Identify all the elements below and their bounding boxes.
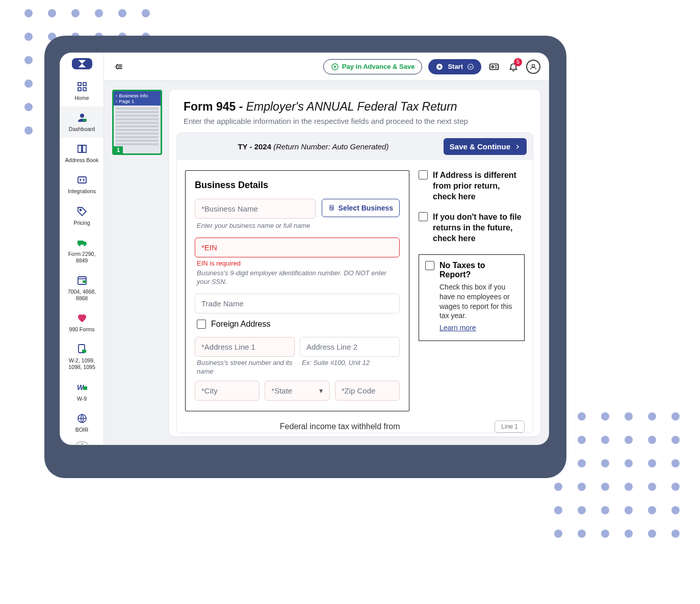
svg-point-35 <box>532 64 534 67</box>
heart-icon <box>76 312 88 324</box>
tax-year-label: TY - 2024 (Return Number: Auto Generated… <box>183 142 444 151</box>
business-details-panel: Business Details *Business Name Select B… <box>185 170 409 411</box>
book-icon <box>76 143 88 155</box>
thumb-page-label: Page 1 <box>119 98 134 104</box>
nav-home[interactable]: Home <box>60 75 103 107</box>
svg-rect-7 <box>78 177 86 183</box>
federal-withheld-label: Federal income tax withheld from <box>185 422 495 431</box>
chevron-right-icon <box>514 144 521 150</box>
id-card-icon[interactable] <box>487 60 501 73</box>
business-name-input[interactable]: *Business Name <box>195 199 316 219</box>
ein-input[interactable]: *EIN <box>195 238 400 257</box>
svg-rect-0 <box>78 83 81 86</box>
chevron-down-icon <box>467 63 474 70</box>
nav-label: W-9 <box>77 396 87 402</box>
no-future-file-label: If you don't have to file returns in the… <box>433 212 525 244</box>
nav-label: Integrations <box>68 188 96 194</box>
checkbox-icon <box>419 212 428 221</box>
svg-rect-31 <box>490 64 499 69</box>
svg-rect-1 <box>83 83 86 86</box>
plus-circle-icon <box>331 63 339 71</box>
svg-line-38 <box>332 208 333 209</box>
save-continue-button[interactable]: Save & Continue <box>444 138 527 155</box>
notifications-button[interactable]: 5 <box>507 60 520 73</box>
svg-point-30 <box>468 64 474 69</box>
w9-icon: W <box>76 381 88 393</box>
pay-advance-label: Pay in Advance & Save <box>342 63 415 70</box>
address-different-checkbox[interactable]: If Address is different from prior retur… <box>419 170 525 202</box>
svg-point-4 <box>80 114 84 118</box>
search-doc-icon <box>328 204 335 212</box>
tag-icon <box>76 205 88 218</box>
calendar-icon <box>76 274 88 286</box>
ein-error-text: EIN is required <box>197 259 400 267</box>
no-taxes-checkbox[interactable]: No Taxes to Report? Check this box if yo… <box>425 261 518 333</box>
foreign-address-checkbox-row[interactable]: Foreign Address <box>197 320 400 329</box>
form-panel: Form 945 - Employer's ANNUAL Federal Tax… <box>169 90 540 436</box>
no-taxes-body: Check this box if you have no employees … <box>439 282 518 321</box>
checkbox-icon <box>197 320 206 329</box>
address-line1-input[interactable]: *Address Line 1 <box>195 337 295 357</box>
form-header: Form 945 - Employer's ANNUAL Federal Tax… <box>169 90 540 133</box>
nav-label: 7004, 4868, 8868 <box>68 288 96 301</box>
app-logo[interactable] <box>72 58 92 69</box>
zip-input[interactable]: *Zip Code <box>335 381 400 401</box>
address-line2-input[interactable]: Address Line 2 <box>300 337 400 357</box>
form-title-strong: Form 945 - <box>184 100 243 113</box>
federal-withheld-row: Federal income tax withheld from Line 1 <box>177 421 533 433</box>
nav-w2-1099[interactable]: W-2, 1099, 1098, 1095 <box>60 338 103 376</box>
learn-more-link[interactable]: Learn more <box>439 324 476 332</box>
start-button[interactable]: Start <box>428 59 481 74</box>
svg-point-32 <box>491 66 494 68</box>
section-bar: TY - 2024 (Return Number: Auto Generated… <box>177 133 533 160</box>
section-body: Business Details *Business Name Select B… <box>177 160 533 411</box>
nav-7004[interactable]: 7004, 4868, 8868 <box>60 269 103 307</box>
nav-form-2290[interactable]: Form 2290, 8849 <box>60 231 103 269</box>
business-name-hint: Enter your business name or full name <box>197 222 400 230</box>
menu-collapse-icon[interactable] <box>112 60 125 73</box>
document-icon <box>76 343 88 355</box>
state-select[interactable]: *State ▼ <box>265 381 329 401</box>
city-input[interactable]: *City <box>195 381 260 401</box>
decorative-dots-br <box>554 412 680 538</box>
nav-boir[interactable]: BOIR <box>60 407 103 438</box>
start-label: Start <box>448 63 463 70</box>
thumbnail-header: ›Business Info ›Page 1 <box>114 91 161 106</box>
trade-name-input[interactable]: Trade Name <box>195 294 400 313</box>
thumbnail-number-badge: 1 <box>114 146 123 153</box>
nav-address-book[interactable]: Address Book <box>60 138 103 169</box>
nav-w9[interactable]: W W-9 <box>60 376 103 407</box>
code-icon <box>76 174 88 186</box>
sidebar: Home Dashboard Address Book Integrations <box>60 53 104 444</box>
line1-field[interactable]: Line 1 <box>495 421 525 433</box>
svg-rect-18 <box>83 386 87 390</box>
svg-rect-9 <box>77 241 84 245</box>
svg-rect-3 <box>83 88 86 91</box>
main-column: Pay in Advance & Save Start 5 <box>104 53 549 444</box>
no-future-file-checkbox[interactable]: If you don't have to file returns in the… <box>419 212 525 244</box>
select-business-button[interactable]: Select Business <box>322 199 400 217</box>
app-window: Home Dashboard Address Book Integrations <box>60 53 549 444</box>
content-area: ›Business Info ›Page 1 1 Form 945 - <box>104 81 549 444</box>
pay-advance-button[interactable]: Pay in Advance & Save <box>323 59 423 74</box>
person-icon <box>529 63 537 71</box>
user-avatar[interactable] <box>526 60 540 74</box>
ty-year: TY - 2024 <box>238 142 271 151</box>
nav-dashboard[interactable]: Dashboard <box>60 107 103 138</box>
notification-count-badge: 5 <box>514 58 522 66</box>
thumbnail-preview <box>114 106 161 149</box>
nav-integrations[interactable]: Integrations <box>60 169 103 200</box>
nav-990-forms[interactable]: 990 Forms <box>60 307 103 338</box>
nav-label: Form 2290, 8849 <box>68 251 96 264</box>
business-details-heading: Business Details <box>195 180 400 191</box>
page-thumbnail[interactable]: ›Business Info ›Page 1 1 <box>112 90 162 155</box>
svg-point-10 <box>79 244 81 246</box>
nav-label: 990 Forms <box>69 326 94 332</box>
state-placeholder: *State <box>271 386 292 395</box>
nav-pricing[interactable]: Pricing <box>60 200 103 231</box>
form-subtitle: Enter the applicable information in the … <box>184 117 526 125</box>
help-button[interactable] <box>76 441 88 444</box>
chevron-right-icon: › <box>116 98 117 104</box>
nav-label: Home <box>74 95 89 101</box>
address-line2-hint: Ex: Suite #100, Unit 12 <box>302 359 400 367</box>
